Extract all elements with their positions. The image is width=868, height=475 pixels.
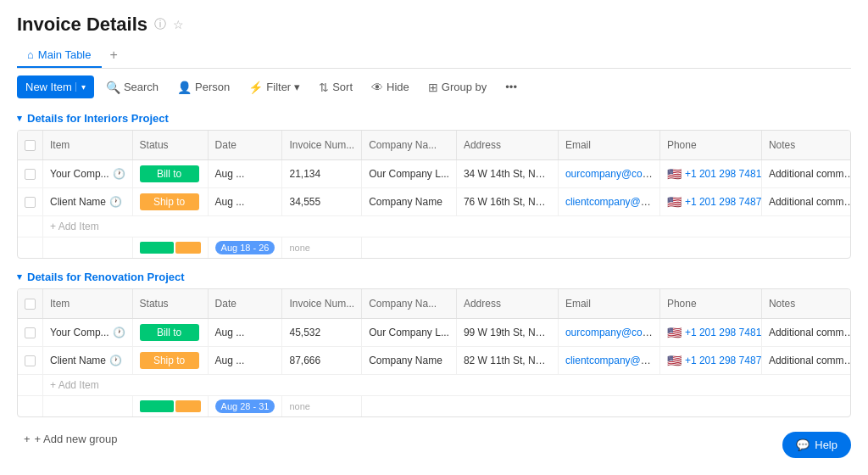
td-empty — [18, 396, 43, 417]
th-status: Status — [132, 289, 208, 319]
star-icon[interactable]: ☆ — [173, 18, 184, 31]
search-button[interactable]: 🔍 Search — [99, 76, 165, 98]
select-all-checkbox[interactable] — [25, 140, 36, 151]
new-item-button[interactable]: New Item ▾ — [17, 75, 94, 98]
chevron-down-icon: ▾ — [294, 81, 300, 93]
data-table-renovation: Item Status Date Invoice Num... Company … — [18, 289, 851, 416]
td-add-item[interactable]: + Add Item — [43, 375, 852, 396]
plus-icon: + — [24, 433, 31, 445]
td-status: Ship to — [132, 347, 208, 375]
td-company-name: Our Company L... — [362, 160, 457, 188]
td-checkbox — [18, 319, 43, 347]
row-checkbox[interactable] — [25, 327, 36, 338]
ellipsis-icon: ••• — [505, 81, 517, 93]
phone-number: +1 201 298 7481 — [685, 327, 761, 338]
person-button[interactable]: 👤 Person — [170, 76, 236, 98]
td-phone: 🇺🇸 +1 201 298 7481 — [659, 160, 761, 188]
td-email: clientcompany@c... — [558, 347, 659, 375]
group-by-button[interactable]: ⊞ Group by — [421, 76, 493, 98]
th-address: Address — [456, 131, 558, 160]
select-all-checkbox[interactable] — [25, 299, 36, 310]
th-date: Date — [208, 131, 282, 160]
filter-icon: ⚡ — [248, 81, 263, 94]
tab-label: Main Table — [38, 48, 92, 61]
bar-green — [140, 400, 174, 412]
td-company-name: Company Name — [362, 188, 457, 216]
more-options-button[interactable]: ••• — [498, 76, 524, 98]
th-address: Address — [456, 289, 558, 319]
data-table-interiors: Item Status Date Invoice Num... Company … — [18, 131, 851, 258]
clock-icon: 🕐 — [113, 168, 125, 180]
group-title-interiors: Details for Interiors Project — [27, 112, 169, 125]
td-item: Client Name 🕐 — [43, 347, 133, 375]
status-badge-bill[interactable]: Bill to — [140, 165, 199, 182]
th-company-name: Company Na... — [362, 131, 457, 160]
row-checkbox[interactable] — [25, 169, 36, 180]
td-address: 82 W 11th St, New ... — [456, 347, 558, 375]
add-tab-button[interactable]: + — [102, 42, 126, 68]
bar-orange — [175, 400, 201, 412]
bar-orange — [175, 242, 201, 254]
flag-icon: 🇺🇸 — [667, 195, 682, 209]
status-badge-ship[interactable]: Ship to — [140, 193, 199, 210]
th-checkbox — [18, 131, 43, 160]
group-icon: ⊞ — [428, 81, 438, 94]
app-container: Invoice Details ⓘ ☆ ⌂ Main Table + New I… — [0, 0, 868, 475]
info-icon[interactable]: ⓘ — [154, 17, 166, 32]
group-header-renovation[interactable]: ▾ Details for Renovation Project — [17, 271, 851, 283]
td-empty — [362, 238, 851, 259]
page-title: Invoice Details — [17, 14, 147, 36]
td-phone: 🇺🇸 +1 201 298 7481 — [659, 319, 761, 347]
th-notes: Notes — [761, 289, 851, 319]
status-badge-ship[interactable]: Ship to — [140, 352, 199, 369]
th-checkbox — [18, 289, 43, 319]
help-button[interactable]: 💬 Help — [782, 432, 851, 458]
row-checkbox[interactable] — [25, 355, 36, 366]
td-empty — [18, 216, 43, 238]
email-link[interactable]: clientcompany@c... — [565, 196, 654, 208]
group-header-interiors[interactable]: ▾ Details for Interiors Project — [17, 112, 851, 125]
item-name: Your Comp... — [50, 327, 109, 338]
th-invoice-num: Invoice Num... — [282, 131, 362, 160]
add-item-row[interactable]: + Add Item — [18, 216, 851, 238]
clock-icon: 🕐 — [109, 355, 122, 366]
phone-number: +1 201 298 7481 — [685, 168, 761, 180]
add-group-label: + Add new group — [35, 433, 118, 445]
filter-button[interactable]: ⚡ Filter ▾ — [242, 76, 307, 98]
email-link[interactable]: ourcompany@com... — [565, 327, 659, 338]
add-new-group-button[interactable]: + + Add new group — [17, 429, 125, 449]
td-invoice-num: 87,666 — [282, 347, 362, 375]
td-status: Bill to — [132, 160, 208, 188]
td-summary-bar — [132, 238, 208, 259]
group-interiors: ▾ Details for Interiors Project Item Sta… — [17, 112, 851, 259]
td-empty — [362, 396, 851, 417]
email-link[interactable]: clientcompany@c... — [565, 355, 654, 366]
status-badge-bill[interactable]: Bill to — [140, 324, 199, 341]
help-icon: 💬 — [796, 439, 810, 451]
td-checkbox — [18, 160, 43, 188]
tab-main-table[interactable]: ⌂ Main Table — [17, 43, 102, 68]
table-row: Your Comp... 🕐 Bill to Aug ... 21,134 Ou… — [18, 160, 851, 188]
td-add-item[interactable]: + Add Item — [43, 216, 852, 238]
td-status: Ship to — [132, 188, 208, 216]
row-checkbox[interactable] — [25, 197, 36, 208]
td-notes: Additional commen... — [761, 347, 851, 375]
td-email: ourcompany@com... — [558, 319, 659, 347]
date-badge: Aug 18 - 26 — [215, 241, 275, 254]
th-phone: Phone — [659, 289, 761, 319]
td-date: Aug ... — [208, 347, 282, 375]
td-company-name: Our Company L... — [362, 319, 457, 347]
email-link[interactable]: ourcompany@com... — [565, 168, 659, 180]
group-renovation: ▾ Details for Renovation Project Item St… — [17, 271, 851, 417]
new-item-label: New Item — [25, 81, 72, 93]
table-header-row: Item Status Date Invoice Num... Company … — [18, 131, 851, 160]
summary-row: Aug 28 - 31 none — [18, 396, 851, 417]
flag-icon: 🇺🇸 — [667, 167, 682, 181]
th-item: Item — [43, 289, 133, 319]
td-date-badge: Aug 18 - 26 — [208, 238, 282, 259]
hide-button[interactable]: 👁 Hide — [364, 76, 416, 98]
sort-button[interactable]: ⇅ Sort — [312, 76, 359, 98]
td-summary-none: none — [282, 396, 362, 417]
add-item-row[interactable]: + Add Item — [18, 375, 851, 396]
search-label: Search — [124, 81, 159, 93]
